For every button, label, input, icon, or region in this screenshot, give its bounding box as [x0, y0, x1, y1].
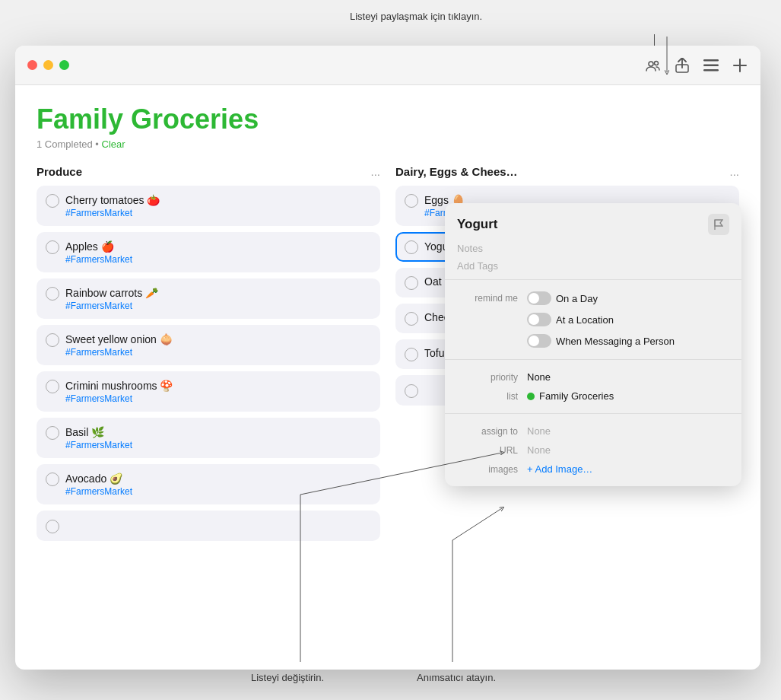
on-a-day-toggle[interactable] — [527, 291, 551, 305]
item-checkbox[interactable] — [405, 194, 418, 208]
item-content: Sweet yellow onion 🧅 #FarmersMarket — [65, 332, 173, 358]
svg-rect-3 — [703, 59, 719, 62]
item-content: Crimini mushrooms 🍄 #FarmersMarket — [65, 379, 173, 404]
list-item[interactable]: Basil 🌿 #FarmersMarket — [37, 418, 380, 458]
url-value: None — [527, 444, 551, 456]
list-label: list — [457, 391, 518, 402]
detail-title: Yogurt — [457, 217, 498, 232]
subtitle-separator: • — [95, 138, 101, 150]
when-messaging-toggle[interactable] — [527, 334, 551, 348]
item-checkbox[interactable] — [405, 312, 418, 326]
notes-field[interactable]: Notes — [445, 243, 741, 260]
add-image-button[interactable]: + Add Image… — [527, 463, 592, 475]
close-button[interactable] — [27, 60, 37, 70]
remind-section: remind me On a Day At a Location — [445, 280, 741, 359]
item-checkbox[interactable] — [46, 333, 59, 347]
item-content: Avocado 🥑 #FarmersMarket — [65, 472, 132, 497]
url-content[interactable]: None — [527, 444, 551, 456]
minimize-button[interactable] — [43, 60, 53, 70]
item-text: Tofu — [424, 347, 444, 359]
share-icon[interactable] — [674, 57, 691, 74]
priority-label: priority — [457, 372, 518, 383]
tags-field[interactable]: Add Tags — [445, 260, 741, 279]
when-messaging-label: When Messaging a Person — [556, 336, 675, 347]
remind-me-content: On a Day — [527, 291, 598, 305]
at-location-row: At a Location — [457, 309, 729, 330]
url-label: URL — [457, 445, 518, 456]
at-location-content: At a Location — [527, 313, 614, 326]
item-checkbox[interactable] — [46, 240, 59, 254]
list-item-empty[interactable] — [37, 511, 380, 541]
item-checkbox[interactable] — [405, 348, 418, 361]
item-checkbox — [405, 384, 418, 398]
detail-panel: Yogurt Notes Add Tags remind me On a Day — [445, 203, 741, 486]
item-checkbox[interactable] — [46, 426, 59, 440]
item-tag: #FarmersMarket — [65, 301, 158, 311]
item-checkbox[interactable] — [405, 276, 418, 290]
item-checkbox[interactable] — [405, 240, 418, 254]
list-item[interactable]: Rainbow carrots 🥕 #FarmersMarket — [37, 278, 380, 319]
dairy-more-button[interactable]: ... — [729, 165, 739, 178]
item-text: Sweet yellow onion 🧅 — [65, 333, 173, 345]
at-location-toggle[interactable] — [527, 313, 551, 326]
url-row: URL None — [457, 441, 729, 460]
list-item[interactable]: Avocado 🥑 #FarmersMarket — [37, 464, 380, 504]
list-item[interactable]: Crimini mushrooms 🍄 #FarmersMarket — [37, 371, 380, 412]
item-tag: #FarmersMarket — [65, 486, 132, 497]
list-view-icon[interactable] — [703, 57, 719, 74]
priority-content: None — [527, 371, 551, 383]
svg-rect-5 — [703, 69, 719, 72]
annotation-top: Listeyi paylaşmak için tıklayın. — [350, 11, 482, 22]
page-title: Family Groceries — [37, 103, 739, 135]
annotation-bottom-right: Anımsatıcı atayın. — [417, 672, 496, 683]
clear-button[interactable]: Clear — [102, 138, 125, 150]
item-text: Crimini mushrooms 🍄 — [65, 380, 173, 392]
on-a-day-label: On a Day — [556, 293, 598, 304]
item-text: Apples 🍎 — [65, 240, 114, 253]
item-checkbox[interactable] — [46, 380, 59, 393]
produce-title: Produce — [37, 165, 82, 178]
remind-me-row: remind me On a Day — [457, 288, 729, 309]
content-area: Family Groceries 1 Completed • Clear Pro… — [15, 85, 760, 547]
item-tag: #FarmersMarket — [65, 347, 173, 358]
assign-content[interactable]: None — [527, 425, 551, 437]
produce-more-button[interactable]: ... — [370, 165, 380, 178]
list-item[interactable]: Apples 🍎 #FarmersMarket — [37, 232, 380, 272]
collaborate-icon[interactable] — [645, 57, 662, 74]
subtitle: 1 Completed • Clear — [37, 138, 739, 150]
titlebar — [15, 46, 760, 85]
dairy-header: Dairy, Eggs & Chees… ... — [395, 165, 739, 178]
list-item[interactable]: Cherry tomatoes 🍅 #FarmersMarket — [37, 186, 380, 226]
list-content[interactable]: Family Groceries — [527, 390, 614, 402]
assign-value: None — [527, 425, 551, 437]
images-label: images — [457, 464, 518, 475]
assign-section: assign to None URL None images + Add Ima… — [445, 414, 741, 486]
at-location-label: At a Location — [556, 314, 614, 326]
images-content: + Add Image… — [527, 463, 592, 475]
assign-row: assign to None — [457, 422, 729, 441]
item-checkbox[interactable] — [46, 473, 59, 486]
svg-point-0 — [649, 62, 653, 66]
flag-button[interactable] — [708, 214, 729, 235]
item-tag: #FarmersMarket — [65, 254, 132, 265]
item-checkbox[interactable] — [46, 287, 59, 301]
maximize-button[interactable] — [59, 60, 69, 70]
item-tag: #FarmersMarket — [65, 208, 160, 218]
item-text: Basil 🌿 — [65, 426, 104, 438]
assign-label: assign to — [457, 426, 518, 437]
item-text: Rainbow carrots 🥕 — [65, 287, 158, 299]
list-value: Family Groceries — [539, 390, 614, 402]
item-content: Basil 🌿 #FarmersMarket — [65, 425, 132, 450]
when-messaging-row: When Messaging a Person — [457, 330, 729, 352]
priority-value: None — [527, 371, 551, 383]
add-icon[interactable] — [732, 57, 748, 74]
main-window: Family Groceries 1 Completed • Clear Pro… — [15, 46, 760, 670]
item-checkbox[interactable] — [46, 194, 59, 208]
annotation-bottom-left: Listeyi değiştirin. — [251, 672, 324, 683]
item-tag: #FarmersMarket — [65, 440, 132, 450]
remind-me-label: remind me — [457, 293, 518, 304]
images-row: images + Add Image… — [457, 460, 729, 479]
item-text: Avocado 🥑 — [65, 473, 122, 485]
list-item[interactable]: Sweet yellow onion 🧅 #FarmersMarket — [37, 325, 380, 365]
item-tag: #FarmersMarket — [65, 393, 173, 404]
